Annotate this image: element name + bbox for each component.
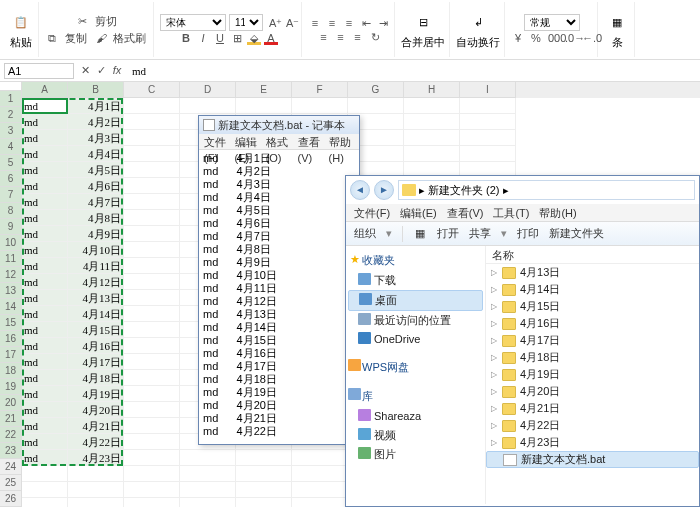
notepad-menubar[interactable]: 文件(F)编辑(E)格式(O)查看(V)帮助(H) — [199, 134, 359, 150]
accept-formula-icon[interactable]: ✓ — [94, 64, 108, 78]
cell[interactable]: md — [22, 386, 68, 402]
paste-button[interactable]: 📋 — [8, 9, 34, 35]
explorer-titlebar[interactable]: ◄ ► ▸ 新建文件夹 (2) ▸ — [346, 176, 699, 204]
indent-decrease-icon[interactable]: ⇤ — [359, 16, 373, 30]
cell[interactable] — [124, 482, 180, 498]
cell[interactable] — [124, 162, 180, 178]
align-top-icon[interactable]: ≡ — [308, 16, 322, 30]
cell[interactable]: md — [22, 114, 68, 130]
row-header[interactable]: 6 — [0, 171, 22, 187]
cell[interactable] — [124, 466, 180, 482]
cell[interactable] — [124, 98, 180, 114]
row-header[interactable]: 8 — [0, 203, 22, 219]
increase-decimal-icon[interactable]: .0→ — [562, 31, 576, 45]
cell[interactable] — [404, 114, 460, 130]
cell[interactable]: md — [22, 274, 68, 290]
nav-desktop[interactable]: 桌面 — [348, 290, 483, 311]
cell[interactable]: 4月12日 — [68, 274, 124, 290]
row-header[interactable]: 16 — [0, 331, 22, 347]
cell[interactable] — [348, 98, 404, 114]
cell[interactable] — [180, 98, 236, 114]
folder-item[interactable]: ▷4月14日 — [486, 281, 699, 298]
expand-icon[interactable]: ▷ — [490, 336, 498, 345]
number-format-select[interactable]: 常规 — [524, 14, 580, 31]
organize-button[interactable]: 组织 — [354, 226, 376, 241]
cell[interactable] — [124, 274, 180, 290]
formula-input[interactable] — [128, 65, 696, 77]
cell[interactable]: 4月8日 — [68, 210, 124, 226]
cancel-formula-icon[interactable]: ✕ — [78, 64, 92, 78]
cell[interactable]: md — [22, 178, 68, 194]
cell[interactable] — [124, 146, 180, 162]
expand-icon[interactable]: ▷ — [490, 285, 498, 294]
cell[interactable] — [124, 354, 180, 370]
cell[interactable]: md — [22, 242, 68, 258]
decrease-decimal-icon[interactable]: ←.0 — [579, 31, 593, 45]
col-header-B[interactable]: B — [68, 82, 124, 98]
cell[interactable]: 4月21日 — [68, 418, 124, 434]
col-header-G[interactable]: G — [348, 82, 404, 98]
cell[interactable]: md — [22, 162, 68, 178]
cell[interactable] — [180, 466, 236, 482]
nav-shareaza[interactable]: Shareaza — [348, 407, 483, 426]
cell[interactable]: 4月7日 — [68, 194, 124, 210]
row-header[interactable]: 10 — [0, 235, 22, 251]
row-header[interactable]: 14 — [0, 299, 22, 315]
folder-item[interactable]: ▷4月23日 — [486, 434, 699, 451]
folder-item[interactable]: ▷4月20日 — [486, 383, 699, 400]
cell[interactable]: 4月3日 — [68, 130, 124, 146]
cell[interactable] — [22, 482, 68, 498]
cell[interactable] — [124, 370, 180, 386]
cell[interactable] — [292, 450, 348, 466]
row-header[interactable]: 7 — [0, 187, 22, 203]
percent-icon[interactable]: % — [528, 31, 542, 45]
folder-item[interactable]: ▷4月21日 — [486, 400, 699, 417]
comma-icon[interactable]: 000 — [545, 31, 559, 45]
wrap-label[interactable]: 自动换行 — [456, 35, 500, 50]
explorer-nav-pane[interactable]: ★收藏夹 下载 桌面 最近访问的位置 OneDrive WPS网盘 库 Shar… — [346, 246, 486, 504]
bold-icon[interactable]: B — [179, 31, 193, 45]
cell[interactable]: md — [22, 322, 68, 338]
align-left-icon[interactable]: ≡ — [317, 30, 331, 44]
cell[interactable]: 4月14日 — [68, 306, 124, 322]
cell[interactable]: 4月11日 — [68, 258, 124, 274]
row-header[interactable]: 1 — [0, 91, 22, 107]
cell[interactable] — [292, 482, 348, 498]
fill-color-icon[interactable]: ⬙ — [247, 31, 261, 45]
row-header[interactable]: 12 — [0, 267, 22, 283]
cell[interactable] — [124, 194, 180, 210]
cell[interactable] — [68, 482, 124, 498]
copy-label[interactable]: 复制 — [62, 30, 90, 47]
cell[interactable]: md — [22, 370, 68, 386]
cell[interactable]: 4月9日 — [68, 226, 124, 242]
breadcrumb[interactable]: 新建文件夹 (2) — [428, 183, 500, 198]
format-painter-icon[interactable]: 🖌 — [93, 31, 107, 45]
cell[interactable]: 4月19日 — [68, 386, 124, 402]
row-header[interactable]: 25 — [0, 475, 22, 491]
cell[interactable] — [236, 498, 292, 507]
notepad-body[interactable]: md 4月1日md 4月2日md 4月3日md 4月4日md 4月5日md 4月… — [199, 150, 359, 440]
decrease-font-icon[interactable]: A⁻ — [283, 16, 297, 30]
cell[interactable] — [292, 498, 348, 507]
row-header[interactable]: 18 — [0, 363, 22, 379]
cell[interactable] — [124, 402, 180, 418]
cell[interactable]: 4月17日 — [68, 354, 124, 370]
explorer-menu-item[interactable]: 工具(T) — [489, 204, 533, 221]
cell[interactable]: 4月1日 — [68, 98, 124, 114]
folder-item[interactable]: ▷4月18日 — [486, 349, 699, 366]
folder-item[interactable]: ▷4月17日 — [486, 332, 699, 349]
expand-icon[interactable]: ▷ — [490, 404, 498, 413]
column-header-name[interactable]: 名称 — [486, 246, 699, 264]
notepad-menu-item[interactable]: 编辑(E) — [232, 134, 263, 149]
favorites-header[interactable]: ★收藏夹 — [348, 250, 483, 271]
merge-center-icon[interactable]: ⊟ — [410, 9, 436, 35]
row-header[interactable]: 20 — [0, 395, 22, 411]
nav-downloads[interactable]: 下载 — [348, 271, 483, 290]
nav-forward-button[interactable]: ► — [374, 180, 394, 200]
cell[interactable] — [292, 466, 348, 482]
cell[interactable] — [124, 498, 180, 507]
cell[interactable] — [180, 450, 236, 466]
cell[interactable]: md — [22, 354, 68, 370]
newfolder-button[interactable]: 新建文件夹 — [549, 226, 604, 241]
cell[interactable] — [124, 338, 180, 354]
